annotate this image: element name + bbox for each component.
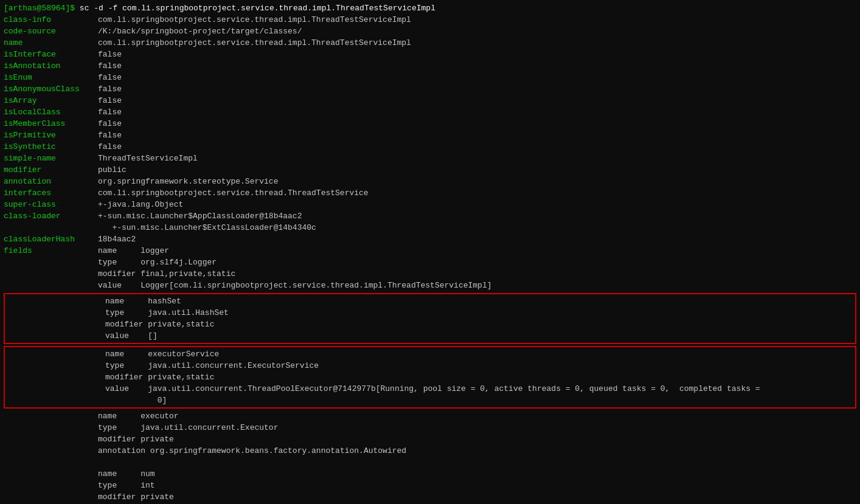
key-executor-type-indent: [4, 422, 98, 433]
execsvc-value-row: value java.util.concurrent.ThreadPoolExe…: [7, 383, 853, 395]
val-annotation: org.springframework.stereotype.Service: [98, 176, 278, 187]
num-name-row: name num: [0, 468, 860, 480]
val-execsvc-value: value java.util.concurrent.ThreadPoolExe…: [105, 383, 760, 395]
key-classloader: class-loader: [4, 210, 98, 222]
val-executor-modifier: modifier private: [98, 433, 174, 445]
key-annotation: annotation: [4, 176, 98, 187]
key-executor-annotation-indent: [4, 445, 98, 457]
key-code-source: code-source: [4, 26, 98, 37]
val-num-type: type int: [98, 480, 155, 491]
key-isenum: isEnum: [4, 72, 98, 83]
val-isinterface: false: [98, 49, 122, 60]
code-source-row: code-source/K:/back/springboot-project/t…: [0, 26, 860, 37]
execsvc-name-row: name executorService: [7, 348, 853, 360]
hashset-red-box: name hashSet type java.util.HashSet modi…: [4, 293, 856, 344]
key-classloader-cont: [4, 222, 98, 233]
key-executor-modifier-indent: [4, 433, 98, 445]
val-fields-modifier: modifier final,private,static: [98, 268, 235, 280]
terminal: [arthas@58964]$ sc -d -f com.li.springbo…: [0, 0, 860, 504]
key-isprimitive: isPrimitive: [4, 129, 98, 141]
key-num-modifier-indent: [4, 491, 98, 503]
val-ismemberclass: false: [98, 118, 122, 129]
val-code-source: /K:/back/springboot-project/target/class…: [98, 26, 302, 37]
hashset-value-row: value []: [7, 330, 853, 342]
val-isannotation: false: [98, 60, 122, 72]
key-fields: fields: [4, 245, 98, 257]
hashset-name-row: name hashSet: [7, 295, 853, 307]
islocalclass-row: isLocalClassfalse: [0, 106, 860, 118]
superclass-row: super-class+-java.lang.Object: [0, 199, 860, 210]
val-classloaderhash: 18b4aac2: [98, 233, 136, 245]
val-executor-annotation: annotation org.springframework.beans.fac…: [98, 445, 406, 457]
val-execsvc-value2: 0]: [105, 395, 167, 406]
val-issynthetic: false: [98, 141, 122, 153]
class-info-row: class-infocom.li.springbootproject.servi…: [0, 14, 860, 26]
classloaderhash-row: classLoaderHash18b4aac2: [0, 233, 860, 245]
key-num-type-indent: [4, 480, 98, 491]
key-modifier: modifier: [4, 164, 98, 176]
key-isarray: isArray: [4, 95, 98, 106]
executorservice-red-box: name executorService type java.util.conc…: [4, 346, 856, 409]
fields-header-row: fieldsname logger: [0, 245, 860, 257]
fields-type-row: type org.slf4j.Logger: [0, 257, 860, 268]
key-executor-indent: [4, 410, 98, 422]
val-fields-value: value Logger[com.li.springbootproject.se…: [98, 280, 492, 291]
command-text: sc -d -f com.li.springbootproject.servic…: [75, 2, 435, 14]
isprimitive-row: isPrimitivefalse: [0, 129, 860, 141]
executor-type-row: type java.util.concurrent.Executor: [0, 422, 860, 433]
classloader-cont-row: +-sun.misc.Launcher$ExtClassLoader@14b43…: [0, 222, 860, 233]
key-issynthetic: isSynthetic: [4, 141, 98, 153]
annotation-row: annotationorg.springframework.stereotype…: [0, 176, 860, 187]
val-name: com.li.springbootproject.service.thread.…: [98, 37, 411, 49]
val-hashset-modifier: modifier private,static: [105, 319, 214, 330]
val-fields-type: type org.slf4j.Logger: [98, 257, 217, 268]
num-type-row: type int: [0, 480, 860, 491]
val-isenum: false: [98, 72, 122, 83]
val-hashset-name: name hashSet: [105, 295, 181, 307]
ismemberclass-row: isMemberClassfalse: [0, 118, 860, 129]
executor-modifier-row: modifier private: [0, 433, 860, 445]
val-isarray: false: [98, 95, 122, 106]
key-islocalclass: isLocalClass: [4, 106, 98, 118]
isannotation-row: isAnnotationfalse: [0, 60, 860, 72]
key-isannotation: isAnnotation: [4, 60, 98, 72]
val-execsvc-type: type java.util.concurrent.ExecutorServic…: [105, 360, 319, 371]
issynthetic-row: isSyntheticfalse: [0, 141, 860, 153]
val-classloader: +-sun.misc.Launcher$AppClassLoader@18b4a…: [98, 210, 302, 222]
val-hashset-value: value []: [105, 330, 158, 342]
isenum-row: isEnumfalse: [0, 72, 860, 83]
executor-name-row: name executor: [0, 410, 860, 422]
val-num-name: name num: [98, 468, 155, 480]
val-classloader-cont: +-sun.misc.Launcher$ExtClassLoader@14b43…: [98, 222, 316, 233]
val-class-info: com.li.springbootproject.service.thread.…: [98, 14, 411, 26]
hashset-modifier-row: modifier private,static: [7, 319, 853, 330]
val-hashset-type: type java.util.HashSet: [105, 307, 229, 319]
execsvc-modifier-row: modifier private,static: [7, 371, 853, 383]
key-fields-type-indent: [4, 257, 98, 268]
val-superclass: +-java.lang.Object: [98, 199, 183, 210]
execsvc-value2-row: 0]: [7, 395, 853, 406]
val-fields-name: name logger: [98, 245, 169, 257]
val-isprimitive: false: [98, 129, 122, 141]
command-line: [arthas@58964]$ sc -d -f com.li.springbo…: [0, 2, 860, 14]
classloader-row: class-loader+-sun.misc.Launcher$AppClass…: [0, 210, 860, 222]
interfaces-row: interfacescom.li.springbootproject.servi…: [0, 187, 860, 199]
key-num-indent: [4, 468, 98, 480]
isinterface-row: isInterfacefalse: [0, 49, 860, 60]
key-name: name: [4, 37, 98, 49]
val-isanonymousclass: false: [98, 83, 122, 95]
isanonymousclass-row: isAnonymousClassfalse: [0, 83, 860, 95]
key-simplename: simple-name: [4, 153, 98, 164]
key-isanonymousclass: isAnonymousClass: [4, 83, 98, 95]
val-executor-type: type java.util.concurrent.Executor: [98, 422, 278, 433]
key-interfaces: interfaces: [4, 187, 98, 199]
name-row: namecom.li.springbootproject.service.thr…: [0, 37, 860, 49]
modifier-row: modifierpublic: [0, 164, 860, 176]
val-interfaces: com.li.springbootproject.service.thread.…: [98, 187, 369, 199]
key-superclass: super-class: [4, 199, 98, 210]
num-modifier-row: modifier private: [0, 491, 860, 503]
empty-line: [0, 457, 860, 468]
val-executor-name: name executor: [98, 410, 179, 422]
key-fields-value-indent: [4, 280, 98, 291]
val-execsvc-name: name executorService: [105, 348, 219, 360]
